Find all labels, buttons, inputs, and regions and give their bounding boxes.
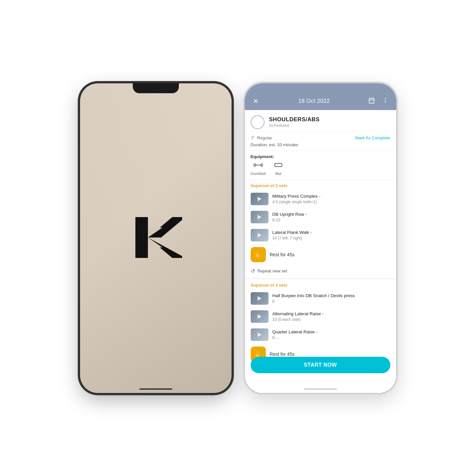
phone-right: ✕ 18 Oct 2022 [245,83,396,393]
calendar-icon[interactable] [367,97,376,105]
exercise-quarter-lateral-raise[interactable]: Quarter Lateral Raise - 8-... [245,326,396,344]
exercise-name-2: DB Upright Row - [272,211,307,217]
dumbbell-icon [254,162,263,170]
exercise-name-1: Military Press Complex - [272,193,321,199]
exercise-alternating-lateral-raise[interactable]: Alternating Lateral Raise - 10 (5 each s… [245,308,396,326]
duration-text: Duration: est. 33 minutes [251,142,390,147]
thumb-overlay-2 [251,211,268,223]
close-icon[interactable]: ✕ [251,97,261,105]
equipment-icons: Dumbbell Mat [251,162,390,176]
phone-left [80,83,232,393]
repeat-icon-1: ↺ [251,268,255,274]
play-icon-6 [258,332,262,337]
superset2-label: Superset of 3 sets [245,279,396,290]
exercise-thumb-5 [251,310,268,323]
meta-row: Regular Mark As Complete [251,135,390,140]
workout-type: Regular [257,135,272,140]
scene: ✕ 18 Oct 2022 [0,0,476,476]
play-icon-3 [258,233,262,238]
thumb-overlay-4 [251,292,268,305]
sort-icon [251,135,255,140]
dumbbell-label: Dumbbell [251,172,266,176]
exercise-name-3: Lateral Plank Walk - [272,230,312,236]
notch-right [297,83,344,93]
notch-left [133,83,179,93]
exercise-reps-1: 4-5 (single single both=1) [272,200,321,204]
more-icon[interactable] [381,98,390,105]
repeat-text-1: Repeat new set [258,268,287,273]
thumb-overlay-5 [251,310,268,323]
mat-icon [274,162,283,170]
workout-subtitle: Scheduled [269,123,320,128]
equipment-label: Equipment: [251,154,390,159]
workout-title: SHOULDERS/ABS [269,116,320,123]
exercise-thumb-6 [251,328,268,341]
rest-item-1: ✋ Rest for 45s [245,244,396,265]
mat-label: Mat [275,172,281,176]
exercise-info-4: Half Burpee Into DB Snatch / Devils pres… [272,293,355,304]
exercise-thumb-1 [251,193,268,205]
exercise-info-5: Alternating Lateral Raise - 10 (5 each s… [272,311,324,322]
exercise-info-6: Quarter Lateral Raise - 8-... [272,329,318,340]
play-icon-5 [258,314,262,319]
start-now-button[interactable]: START NOW [251,357,390,373]
exercise-thumb-2 [251,211,268,223]
rest-hand-icon-1: ✋ [254,250,263,259]
exercise-military-press[interactable]: Military Press Complex - 4-5 (single sin… [245,190,396,208]
svg-rect-5 [369,98,374,103]
right-screen: ✕ 18 Oct 2022 [245,83,396,393]
exercise-info-2: DB Upright Row - 8-10 [272,211,307,222]
exercise-lateral-plank-walk[interactable]: Lateral Plank Walk - 14 (7 left, 7 right… [245,226,396,244]
exercise-reps-6: 8-... [272,335,318,340]
exercise-reps-3: 14 (7 left, 7 right) [272,236,312,240]
header-right-icons [367,97,390,105]
svg-point-10 [385,100,386,101]
left-background [80,83,232,393]
equipment-mat: Mat [274,162,283,176]
svg-point-11 [385,101,386,102]
repeat-row-1: ↺ Repeat new set [245,265,396,279]
equipment-section: Equipment: [245,151,396,180]
exercise-name-4: Half Burpee Into DB Snatch / Devils pres… [272,293,355,299]
header-date: 18 Oct 2022 [298,98,330,104]
svg-marker-1 [148,217,182,238]
exercise-reps-4: 8 [272,299,355,304]
workout-status-circle [251,115,265,129]
exercise-reps-5: 10 (5 each side) [272,317,324,322]
exercise-name-6: Quarter Lateral Raise - [272,329,318,335]
exercise-thumb-3 [251,229,268,241]
exercise-name-5: Alternating Lateral Raise - [272,311,324,317]
exercise-thumb-4 [251,292,268,305]
play-icon-1 [258,197,262,201]
thumb-overlay-6 [251,328,268,341]
home-indicator-right [304,388,337,390]
svg-marker-2 [148,238,182,258]
k-logo-svg [129,211,182,264]
rest-icon-1: ✋ [251,247,266,262]
meta-left: Regular [251,135,272,140]
thumb-overlay-3 [251,229,268,241]
home-indicator-left [139,388,172,390]
workout-meta: Regular Mark As Complete Duration: est. … [245,132,396,151]
play-icon-4 [258,296,262,301]
svg-rect-0 [135,217,148,258]
rest-text-1: Rest for 45s [270,252,294,257]
k-logo [129,211,182,265]
svg-rect-20 [275,163,282,166]
equipment-dumbbell: Dumbbell [251,162,266,176]
exercise-info-3: Lateral Plank Walk - 14 (7 left, 7 right… [272,230,312,240]
exercise-reps-2: 8-10 [272,218,307,222]
superset1-label: Superset of 3 sets [245,180,396,190]
thumb-overlay-1 [251,193,268,205]
workout-header: SHOULDERS/ABS Scheduled [245,110,396,132]
mark-complete-button[interactable]: Mark As Complete [355,135,390,140]
workout-title-block: SHOULDERS/ABS Scheduled [269,116,320,128]
rest-text-2: Rest for 45s [270,351,294,357]
exercise-db-upright-row[interactable]: DB Upright Row - 8-10 [245,208,396,226]
exercise-half-burpee[interactable]: Half Burpee Into DB Snatch / Devils pres… [245,290,396,308]
svg-point-9 [385,98,386,99]
exercise-info-1: Military Press Complex - 4-5 (single sin… [272,193,321,204]
play-icon-2 [258,215,262,219]
app-content: SHOULDERS/ABS Scheduled Regula [245,110,396,393]
left-screen [80,83,232,393]
